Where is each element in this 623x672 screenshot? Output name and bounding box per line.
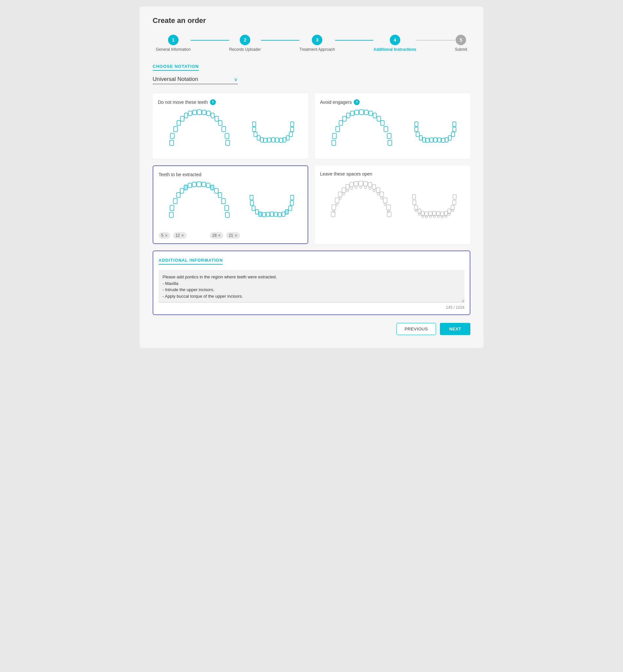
svg-rect-89 xyxy=(285,210,288,214)
svg-rect-30 xyxy=(253,122,256,126)
avoid-engagers-lower-svg xyxy=(413,113,456,146)
svg-point-124 xyxy=(336,203,338,206)
svg-rect-24 xyxy=(257,135,260,140)
svg-rect-51 xyxy=(438,138,441,142)
svg-rect-56 xyxy=(419,135,422,140)
svg-rect-13 xyxy=(222,126,226,132)
svg-rect-97 xyxy=(359,181,363,186)
next-button[interactable]: NEXT xyxy=(440,323,470,335)
tag-21-remove[interactable]: ✕ xyxy=(235,234,237,238)
svg-rect-0 xyxy=(192,110,197,115)
svg-rect-109 xyxy=(383,198,387,203)
svg-rect-142 xyxy=(453,194,456,199)
do-not-move-help-icon[interactable]: ? xyxy=(210,99,216,105)
svg-point-121 xyxy=(339,197,341,200)
tag-5-remove[interactable]: ✕ xyxy=(165,234,168,238)
leave-spaces-diagram[interactable] xyxy=(320,180,465,226)
svg-point-116 xyxy=(351,187,352,190)
svg-rect-39 xyxy=(343,116,346,121)
tag-5[interactable]: 5 ✕ xyxy=(158,232,170,239)
svg-rect-105 xyxy=(376,188,380,192)
svg-point-118 xyxy=(347,189,349,192)
svg-point-143 xyxy=(429,215,432,218)
avoid-engagers-help-icon[interactable]: ? xyxy=(354,99,360,105)
svg-rect-80 xyxy=(225,212,229,217)
svg-rect-140 xyxy=(453,200,456,205)
svg-rect-50 xyxy=(434,138,437,142)
teeth-extracted-title: Teeth to be extracted xyxy=(158,172,302,177)
svg-rect-65 xyxy=(197,182,201,187)
svg-point-120 xyxy=(343,192,345,195)
svg-rect-67 xyxy=(188,183,191,188)
svg-rect-71 xyxy=(180,188,184,193)
do-not-move-section: Do not move these teeth ? xyxy=(153,93,308,159)
svg-rect-27 xyxy=(289,132,293,136)
svg-rect-74 xyxy=(218,192,222,197)
do-not-move-title: Do not move these teeth ? xyxy=(158,99,303,105)
svg-rect-94 xyxy=(250,195,253,200)
svg-rect-37 xyxy=(347,113,350,118)
svg-rect-79 xyxy=(169,212,173,217)
svg-rect-42 xyxy=(381,121,384,125)
svg-rect-63 xyxy=(453,122,456,126)
svg-rect-91 xyxy=(289,206,292,211)
step-3-circle: 3 xyxy=(312,35,322,45)
svg-rect-83 xyxy=(274,212,277,216)
svg-rect-104 xyxy=(338,192,342,197)
step-2: 2 Records Uploader xyxy=(229,35,261,52)
step-4: 4 Additional Instructions xyxy=(374,35,416,52)
leave-spaces-section: Leave these spaces open xyxy=(315,165,470,244)
svg-rect-41 xyxy=(377,116,381,121)
do-not-move-diagram[interactable] xyxy=(158,109,303,151)
stepper: 1 General Information 2 Records Uploader… xyxy=(153,35,470,52)
avoid-engagers-diagram[interactable] xyxy=(320,109,465,151)
svg-rect-84 xyxy=(262,213,266,217)
svg-rect-8 xyxy=(177,121,180,125)
notation-selected-value: Universal Notation xyxy=(153,76,234,83)
svg-rect-34 xyxy=(364,110,368,115)
additional-info-textarea[interactable]: Please add pontics in the region where t… xyxy=(158,270,465,303)
svg-point-114 xyxy=(360,186,362,189)
tag-28[interactable]: 28 ✕ xyxy=(210,232,224,239)
svg-rect-68 xyxy=(184,185,187,190)
avoid-engagers-section: Avoid engagers ? xyxy=(315,93,470,159)
notation-dropdown[interactable]: Universal Notation ∨ xyxy=(153,76,238,84)
svg-rect-35 xyxy=(351,111,354,116)
teeth-grid: Do not move these teeth ? xyxy=(153,93,470,244)
svg-point-113 xyxy=(355,186,357,189)
svg-rect-106 xyxy=(380,192,384,197)
svg-rect-141 xyxy=(412,194,416,199)
svg-point-145 xyxy=(437,215,439,218)
teeth-extracted-section: Teeth to be extracted xyxy=(153,165,308,244)
svg-rect-100 xyxy=(368,182,372,187)
tag-12-remove[interactable]: ✕ xyxy=(181,234,184,238)
svg-rect-73 xyxy=(214,188,218,193)
svg-rect-77 xyxy=(221,198,225,204)
tag-12[interactable]: 12 ✕ xyxy=(173,232,187,239)
svg-rect-29 xyxy=(291,127,294,132)
svg-rect-93 xyxy=(290,201,294,205)
svg-rect-92 xyxy=(250,201,254,205)
svg-rect-76 xyxy=(170,205,174,211)
avoid-engagers-title: Avoid engagers ? xyxy=(320,99,465,105)
svg-rect-58 xyxy=(416,132,419,136)
svg-rect-101 xyxy=(346,184,349,189)
step-line-4 xyxy=(416,40,455,40)
svg-rect-64 xyxy=(192,182,196,187)
tag-28-remove[interactable]: ✕ xyxy=(218,234,221,238)
teeth-extracted-diagram[interactable] xyxy=(158,180,302,226)
svg-rect-53 xyxy=(442,138,445,143)
tag-21[interactable]: 21 ✕ xyxy=(226,232,240,239)
svg-rect-57 xyxy=(448,135,451,140)
svg-point-148 xyxy=(422,215,424,218)
svg-point-122 xyxy=(377,192,379,195)
svg-rect-25 xyxy=(286,135,289,140)
previous-button[interactable]: PREVIOUS xyxy=(396,323,436,335)
svg-rect-96 xyxy=(354,181,358,186)
svg-rect-49 xyxy=(430,138,433,142)
leave-spaces-lower-svg xyxy=(411,185,456,221)
svg-rect-55 xyxy=(445,138,448,142)
step-line-3 xyxy=(335,40,374,40)
main-container: Create an order 1 General Information 2 … xyxy=(140,6,483,348)
svg-rect-11 xyxy=(174,126,178,132)
